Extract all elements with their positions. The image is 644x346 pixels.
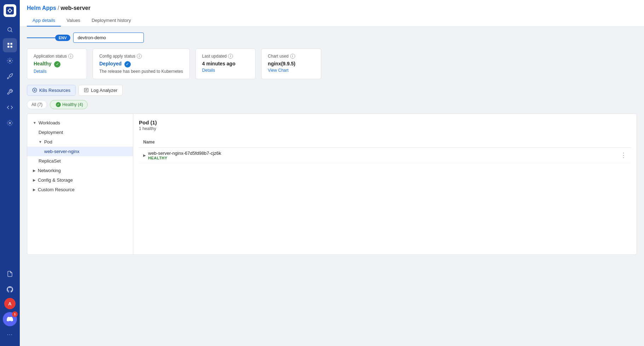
svg-rect-6 <box>7 46 9 48</box>
k8s-resources-tab[interactable]: K8s Resources <box>27 85 76 96</box>
custom-resource-caret-icon: ▶ <box>33 188 36 192</box>
content-area: ▼ Workloads Deployment ▼ Pod web-server-… <box>27 113 637 255</box>
tab-deployment-history[interactable]: Deployment history <box>86 15 136 27</box>
resource-tabs: K8s Resources Log Analyzer <box>27 85 637 96</box>
deployment-item[interactable]: Deployment <box>27 128 133 137</box>
discord-badge-count: 1 <box>12 311 18 317</box>
pod-more-icon[interactable]: ⋮ <box>605 151 627 159</box>
status-cards: Application status i Healthy ✓ Details C… <box>27 48 637 79</box>
application-status-details-link[interactable]: Details <box>34 69 80 74</box>
sidebar: A 1 ··· <box>0 0 20 346</box>
workloads-caret-icon: ▼ <box>33 121 36 125</box>
svg-rect-4 <box>7 43 9 45</box>
web-server-nginx-item[interactable]: web-server-nginx <box>27 147 133 156</box>
tools-sidebar-icon[interactable] <box>3 85 17 99</box>
networking-section[interactable]: ▶ Networking <box>27 166 133 175</box>
filter-all[interactable]: All (7) <box>27 100 47 109</box>
web-server-nginx-label: web-server-nginx <box>44 149 80 154</box>
main-content: Helm Apps / web-server App details Value… <box>20 0 644 346</box>
pod-name-text: web-server-nginx-67d5fd98b7-cjz6k <box>148 151 221 156</box>
config-storage-label: Config & Storage <box>38 177 73 183</box>
chart-used-value: nginx(9.9.5) <box>268 61 315 66</box>
k8s-icon <box>32 88 37 93</box>
pod-detail-title: Pod (1) <box>139 119 631 125</box>
header: Helm Apps / web-server App details Value… <box>20 0 644 27</box>
sidebar-logo[interactable] <box>4 4 16 17</box>
breadcrumb-separator: / <box>58 5 59 11</box>
table-row[interactable]: ▶ web-server-nginx-67d5fd98b7-cjz6k HEAL… <box>139 148 631 163</box>
chart-used-card: Chart used i nginx(9.9.5) View Chart <box>261 48 321 79</box>
settings-sidebar-icon[interactable] <box>3 54 17 68</box>
custom-resource-label: Custom Resource <box>38 187 75 192</box>
pod-table-header: Name <box>139 137 631 148</box>
pod-name-cell: ▶ web-server-nginx-67d5fd98b7-cjz6k HEAL… <box>143 151 605 160</box>
pod-detail-subtitle: 1 healthy <box>139 126 631 131</box>
log-analyzer-tab[interactable]: Log Analyzer <box>78 85 123 96</box>
networking-label: Networking <box>38 168 61 173</box>
doc-sidebar-icon[interactable] <box>3 267 17 281</box>
application-status-info-icon[interactable]: i <box>68 54 73 59</box>
svg-point-10 <box>34 89 35 91</box>
config-status-check-icon: ✓ <box>124 61 131 68</box>
apps-sidebar-icon[interactable] <box>3 38 17 52</box>
pod-caret-icon: ▼ <box>39 140 42 144</box>
env-badge: ENV <box>55 35 70 41</box>
svg-point-1 <box>9 10 11 12</box>
svg-rect-7 <box>11 46 12 48</box>
tab-values[interactable]: Values <box>61 15 86 27</box>
config-storage-section[interactable]: ▶ Config & Storage <box>27 175 133 185</box>
env-input[interactable] <box>73 33 144 43</box>
workloads-label: Workloads <box>39 120 60 125</box>
more-sidebar-icon[interactable]: ··· <box>3 328 17 342</box>
config-status-card: Config apply status i Deployed ✓ The rel… <box>93 48 190 79</box>
svg-point-2 <box>8 28 12 31</box>
replicaset-item[interactable]: ReplicaSet <box>27 156 133 166</box>
deployment-label: Deployment <box>39 130 63 135</box>
resource-detail: Pod (1) 1 healthy Name ▶ web-server-ngin… <box>133 114 637 254</box>
svg-rect-5 <box>11 43 12 45</box>
pod-row-caret-icon: ▶ <box>143 153 146 157</box>
pod-section[interactable]: ▼ Pod <box>27 137 133 147</box>
custom-resource-section[interactable]: ▶ Custom Resource <box>27 185 133 194</box>
code-sidebar-icon[interactable] <box>3 100 17 115</box>
pipeline-line <box>27 37 55 38</box>
application-status-check-icon: ✓ <box>54 61 60 68</box>
config-status-description: The release has been pushed to Kubernete… <box>99 69 183 74</box>
config-status-title: Config apply status i <box>99 54 183 59</box>
log-icon <box>84 88 89 93</box>
github-sidebar-icon[interactable] <box>3 282 17 297</box>
pod-label: Pod <box>44 139 52 145</box>
rocket-sidebar-icon[interactable] <box>3 69 17 83</box>
search-sidebar-icon[interactable] <box>3 23 17 37</box>
chart-used-title: Chart used i <box>268 54 315 59</box>
main-tabs: App details Values Deployment history <box>27 15 637 27</box>
svg-point-9 <box>9 122 11 124</box>
application-status-value: Healthy ✓ <box>34 61 80 68</box>
gear2-sidebar-icon[interactable] <box>3 116 17 130</box>
tab-app-details[interactable]: App details <box>27 15 61 27</box>
workloads-section[interactable]: ▼ Workloads <box>27 118 133 128</box>
breadcrumb: Helm Apps / web-server <box>27 5 637 11</box>
healthy-filter-check-icon: ✓ <box>56 102 61 107</box>
filter-healthy[interactable]: ✓ Healthy (4) <box>50 100 88 109</box>
application-status-title: Application status i <box>34 54 80 59</box>
svg-point-8 <box>9 60 11 62</box>
application-status-card: Application status i Healthy ✓ Details <box>27 48 87 79</box>
pod-status-badge: HEALTHY <box>148 156 221 160</box>
config-status-info-icon[interactable]: i <box>137 54 142 59</box>
env-pipeline: ENV <box>27 33 637 43</box>
view-chart-link[interactable]: View Chart <box>268 68 315 73</box>
last-updated-card: Last updated i 4 minutes ago Details <box>195 48 256 79</box>
last-updated-info-icon[interactable]: i <box>228 54 233 59</box>
svg-line-3 <box>11 31 12 32</box>
user-avatar[interactable]: A <box>4 298 16 309</box>
replicaset-label: ReplicaSet <box>39 158 61 164</box>
networking-caret-icon: ▶ <box>33 169 36 172</box>
k8s-resources-label: K8s Resources <box>39 88 70 93</box>
discord-icon[interactable]: 1 <box>3 312 17 326</box>
chart-used-info-icon[interactable]: i <box>290 54 295 59</box>
breadcrumb-current: web-server <box>60 5 90 11</box>
config-storage-caret-icon: ▶ <box>33 178 36 182</box>
breadcrumb-parent[interactable]: Helm Apps <box>27 5 56 11</box>
last-updated-details-link[interactable]: Details <box>202 68 249 73</box>
